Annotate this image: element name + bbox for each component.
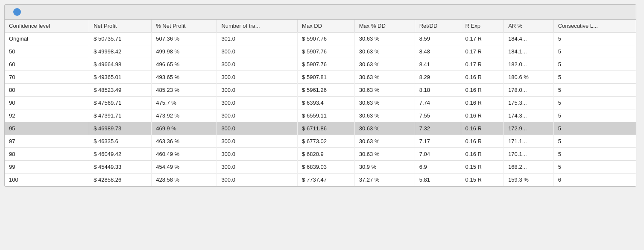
cell-max-dd: $ 5907.76 [298,45,355,58]
cell-r-exp: 0.16 R [461,109,504,122]
cell-pct-net-profit: 485.23 % [152,84,217,97]
cell-r-exp: 0.16 R [461,71,504,84]
cell-consec-l: 5 [553,97,636,109]
cell-pct-net-profit: 469.9 % [152,122,217,135]
cell-consec-l: 5 [553,161,636,174]
table-row[interactable]: 92$ 47391.71473.92 %300.0$ 6559.1130.63 … [5,109,636,122]
cell-net-profit: $ 45449.33 [89,161,152,174]
cell-ret-dd: 5.81 [415,174,461,186]
table-row[interactable]: 95$ 46989.73469.9 %300.0$ 6711.8630.63 %… [5,122,636,135]
cell-r-exp: 0.17 R [461,32,504,45]
cell-ar-pct: 182.0... [504,58,553,71]
cell-ret-dd: 7.17 [415,135,461,148]
cell-r-exp: 0.17 R [461,45,504,58]
cell-pct-net-profit: 496.65 % [152,58,217,71]
results-table: Confidence level Net Profit % Net Profit… [5,20,636,186]
cell-pct-net-profit: 493.65 % [152,71,217,84]
cell-max-dd: $ 7737.47 [298,174,355,186]
cell-r-exp: 0.16 R [461,135,504,148]
cell-confidence: Original [5,32,89,45]
cell-ret-dd: 7.04 [415,148,461,161]
cell-num-trades: 300.0 [217,161,298,174]
table-header: Confidence level Net Profit % Net Profit… [5,20,636,32]
cell-net-profit: $ 50735.71 [89,32,152,45]
cell-max-pct-dd: 30.63 % [354,58,415,71]
cell-num-trades: 300.0 [217,45,298,58]
cell-r-exp: 0.16 R [461,148,504,161]
cell-pct-net-profit: 499.98 % [152,45,217,58]
col-ret-dd: Ret/DD [415,20,461,32]
col-net-profit: Net Profit [89,20,152,32]
cell-num-trades: 300.0 [217,97,298,109]
cell-ar-pct: 171.1... [504,135,553,148]
cell-num-trades: 300.0 [217,58,298,71]
cell-ret-dd: 7.55 [415,109,461,122]
table-row[interactable]: 80$ 48523.49485.23 %300.0$ 5961.2630.63 … [5,84,636,97]
cell-confidence: 97 [5,135,89,148]
table-row[interactable]: 60$ 49664.98496.65 %300.0$ 5907.7630.63 … [5,58,636,71]
table-body: Original$ 50735.71507.36 %301.0$ 5907.76… [5,32,636,186]
cell-r-exp: 0.15 R [461,174,504,186]
cell-max-pct-dd: 30.63 % [354,32,415,45]
cell-ret-dd: 6.9 [415,161,461,174]
cell-consec-l: 6 [553,174,636,186]
cell-num-trades: 300.0 [217,135,298,148]
cell-net-profit: $ 42858.26 [89,174,152,186]
cell-pct-net-profit: 463.36 % [152,135,217,148]
col-pct-net-profit: % Net Profit [152,20,217,32]
cell-max-pct-dd: 30.63 % [354,71,415,84]
table-row[interactable]: 99$ 45449.33454.49 %300.0$ 6839.0330.9 %… [5,161,636,174]
monte-carlo-panel: Confidence level Net Profit % Net Profit… [4,4,636,187]
cell-max-dd: $ 5961.26 [298,84,355,97]
cell-max-pct-dd: 30.63 % [354,122,415,135]
cell-max-pct-dd: 30.63 % [354,97,415,109]
table-row[interactable]: 90$ 47569.71475.7 %300.0$ 6393.430.63 %7… [5,97,636,109]
table-row[interactable]: 100$ 42858.26428.58 %300.0$ 7737.4737.27… [5,174,636,186]
cell-ar-pct: 184.4... [504,32,553,45]
cell-num-trades: 301.0 [217,32,298,45]
cell-confidence: 90 [5,97,89,109]
cell-max-dd: $ 6711.86 [298,122,355,135]
table-row[interactable]: 50$ 49998.42499.98 %300.0$ 5907.7630.63 … [5,45,636,58]
cell-consec-l: 5 [553,148,636,161]
cell-ret-dd: 8.18 [415,84,461,97]
col-max-dd: Max DD [298,20,355,32]
cell-consec-l: 5 [553,135,636,148]
col-consec-l: Consecutive L... [553,20,636,32]
col-max-pct-dd: Max % DD [354,20,415,32]
cell-max-pct-dd: 37.27 % [354,174,415,186]
cell-consec-l: 5 [553,32,636,45]
cell-r-exp: 0.15 R [461,161,504,174]
info-icon[interactable] [13,8,21,16]
cell-ar-pct: 178.0... [504,84,553,97]
cell-ret-dd: 8.41 [415,58,461,71]
cell-ar-pct: 184.1... [504,45,553,58]
cell-max-pct-dd: 30.63 % [354,135,415,148]
cell-net-profit: $ 47391.71 [89,109,152,122]
cell-consec-l: 5 [553,84,636,97]
cell-ar-pct: 175.3... [504,97,553,109]
cell-max-dd: $ 5907.76 [298,58,355,71]
table-row[interactable]: 70$ 49365.01493.65 %300.0$ 5907.8130.63 … [5,71,636,84]
cell-confidence: 92 [5,109,89,122]
cell-r-exp: 0.16 R [461,122,504,135]
table-row[interactable]: Original$ 50735.71507.36 %301.0$ 5907.76… [5,32,636,45]
cell-max-pct-dd: 30.63 % [354,45,415,58]
header-row: Confidence level Net Profit % Net Profit… [5,20,636,32]
cell-confidence: 99 [5,161,89,174]
cell-net-profit: $ 46989.73 [89,122,152,135]
cell-num-trades: 300.0 [217,71,298,84]
cell-max-dd: $ 6559.11 [298,109,355,122]
cell-net-profit: $ 49664.98 [89,58,152,71]
panel-header [5,5,636,20]
cell-max-dd: $ 5907.81 [298,71,355,84]
table-row[interactable]: 97$ 46335.6463.36 %300.0$ 6773.0230.63 %… [5,135,636,148]
cell-confidence: 95 [5,122,89,135]
cell-max-dd: $ 6773.02 [298,135,355,148]
cell-ar-pct: 172.9... [504,122,553,135]
cell-max-dd: $ 6393.4 [298,97,355,109]
cell-pct-net-profit: 428.58 % [152,174,217,186]
cell-ret-dd: 7.32 [415,122,461,135]
col-num-trades: Number of tra... [217,20,298,32]
table-row[interactable]: 98$ 46049.42460.49 %300.0$ 6820.930.63 %… [5,148,636,161]
